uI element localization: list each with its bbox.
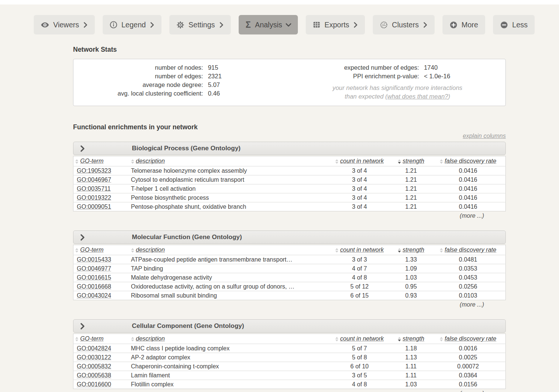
go-term-link[interactable]: GO:0016615 [77,274,111,281]
more-link[interactable]: (more ...) [460,390,484,392]
fdr-cell: 0.0156 [431,380,506,389]
sort-icon[interactable] [335,337,338,341]
sort-icon[interactable] [131,159,134,164]
section-header-bar[interactable]: Cellular Component (Gene Ontology) [73,319,506,333]
explain-columns-link[interactable]: explain columns [463,133,506,139]
sort-icon[interactable] [440,248,443,253]
column-header-go-term[interactable]: GO-term [73,245,130,255]
sort-icon[interactable] [131,337,134,341]
table-row: GO:0030122AP-2 adaptor complex5 of 81.13… [73,353,506,362]
table-row: GO:0016615Malate dehydrogenase activity4… [73,273,506,282]
sort-icon[interactable] [398,159,401,164]
chevron-down-icon [286,22,291,28]
description-cell: MHC class I peptide loading complex [130,344,328,353]
stat-row: number of edges: 2321 [73,72,290,81]
more-link[interactable]: (more ...) [460,212,484,219]
toolbar-button-clusters[interactable]: Clusters [373,15,435,34]
chevron-right-icon [219,22,224,28]
expand-chevron-icon[interactable] [80,145,85,152]
strength-cell: 1.11 [392,362,431,371]
strength-cell: 0.93 [392,291,431,300]
sort-icon[interactable] [398,248,401,253]
sort-icon[interactable] [440,337,443,341]
sort-icon[interactable] [75,248,78,253]
sort-icon[interactable] [440,159,443,164]
go-term-link[interactable]: GO:0030122 [77,354,111,361]
note-line-2-prefix: than expected ( [345,93,387,100]
sort-icon[interactable] [131,248,134,253]
column-header-description[interactable]: description [130,245,328,255]
strength-cell: 1.21 [392,175,431,184]
sigma-icon: Σ [246,21,251,29]
stat-value: 2321 [203,72,290,81]
fdr-cell: 0.0364 [431,371,506,380]
go-term-link[interactable]: GO:0016600 [77,381,111,388]
section-header-bar[interactable]: Biological Process (Gene Ontology) [73,142,506,155]
strength-cell: 1.03 [392,380,431,389]
column-header-go-term[interactable]: GO-term [73,334,130,344]
go-term-cell: GO:0009051 [73,202,130,211]
toolbar-button-viewers[interactable]: Viewers [34,15,95,34]
column-header-false-discovery-rate[interactable]: false discovery rate [431,156,506,166]
sort-icon[interactable] [335,248,338,253]
toolbar: Viewers Legend [34,15,559,34]
column-header-label: count in network [340,158,384,164]
column-header-strength[interactable]: strength [392,334,431,344]
strength-cell: 1.18 [392,344,431,353]
go-term-link[interactable]: GO:0035711 [77,186,111,192]
what-does-that-mean-link[interactable]: what does that mean? [387,93,448,100]
sort-icon[interactable] [335,159,338,164]
go-term-link[interactable]: GO:0016668 [77,283,111,290]
column-header-count-in-network[interactable]: count in network [328,245,392,255]
column-header-strength[interactable]: strength [392,156,431,166]
column-header-false-discovery-rate[interactable]: false discovery rate [431,334,506,344]
sort-icon[interactable] [75,159,78,164]
more-link[interactable]: (more ...) [460,301,484,308]
table-row: GO:0035711T-helper 1 cell activation3 of… [73,184,506,193]
go-term-link[interactable]: GO:0005832 [77,363,111,370]
go-term-link[interactable]: GO:0043024 [77,292,111,299]
stat-row: avg. local clustering coefficient: 0.46 [73,89,290,98]
toolbar-button-settings[interactable]: Settings [169,15,230,34]
section-title: Biological Process (Gene Ontology) [132,145,241,152]
toolbar-button-label: Exports [324,21,349,29]
toolbar-button-legend[interactable]: Legend [103,15,161,34]
column-header-strength[interactable]: strength [392,245,431,255]
go-term-link[interactable]: GO:0042824 [77,345,111,352]
column-header-description[interactable]: description [130,156,328,166]
stat-row: PPI enrichment p-value: < 1.0e-16 [290,72,506,81]
count-cell: 3 of 4 [328,184,392,193]
go-term-link[interactable]: GO:0019322 [77,195,111,201]
count-cell: 6 of 15 [328,291,392,300]
toolbar-button-exports[interactable]: Exports [306,15,365,34]
toolbar-button-less[interactable]: Less [493,15,535,34]
go-term-link[interactable]: GO:0015433 [77,256,111,263]
fdr-cell: 0.0256 [431,282,506,291]
count-cell: 3 of 4 [328,202,392,211]
go-term-link[interactable]: GO:0046967 [77,177,111,183]
column-header-go-term[interactable]: GO-term [73,156,130,166]
go-term-link[interactable]: GO:1905323 [77,168,111,174]
go-term-link[interactable]: GO:0046977 [77,265,111,272]
column-header-count-in-network[interactable]: count in network [328,156,392,166]
expand-chevron-icon[interactable] [80,323,85,330]
toolbar-button-label: Analysis [255,21,282,29]
go-term-link[interactable]: GO:0005638 [77,372,111,379]
column-header-count-in-network[interactable]: count in network [328,334,392,344]
go-term-cell: GO:0046977 [73,264,130,273]
section-header-bar[interactable]: Molecular Function (Gene Ontology) [73,230,506,244]
expand-chevron-icon[interactable] [80,234,85,241]
sort-icon[interactable] [398,337,401,341]
fdr-cell: 0.0481 [431,255,506,264]
column-header-false-discovery-rate[interactable]: false discovery rate [431,245,506,255]
toolbar-button-label: Legend [121,21,146,29]
sort-icon[interactable] [75,337,78,341]
table-row: GO:0019322Pentose biosynthetic process3 … [73,193,506,202]
column-header-description[interactable]: description [130,334,328,344]
go-term-cell: GO:0035711 [73,184,130,193]
stat-label: number of edges: [73,72,203,81]
toolbar-button-more[interactable]: More [442,15,485,34]
info-icon [110,21,117,28]
toolbar-button-analysis[interactable]: Σ Analysis [239,15,298,34]
go-term-link[interactable]: GO:0009051 [77,203,111,210]
